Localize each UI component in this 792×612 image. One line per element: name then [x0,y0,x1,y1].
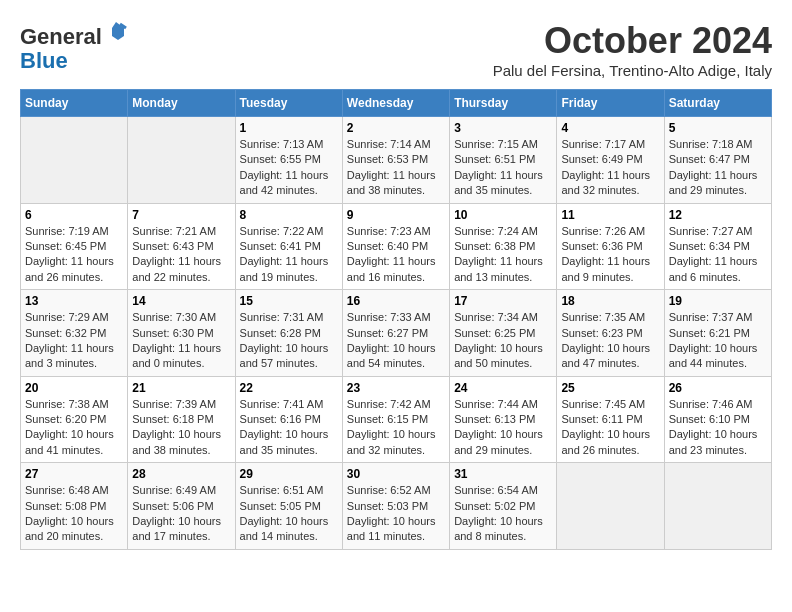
sunset-text: Sunset: 6:20 PM [25,413,106,425]
sunrise-text: Sunrise: 7:23 AM [347,225,431,237]
daylight-text: Daylight: 10 hours and 26 minutes. [561,428,650,455]
day-info: Sunrise: 7:22 AM Sunset: 6:41 PM Dayligh… [240,224,338,286]
day-cell: 4 Sunrise: 7:17 AM Sunset: 6:49 PM Dayli… [557,117,664,204]
daylight-text: Daylight: 10 hours and 35 minutes. [240,428,329,455]
day-number: 21 [132,381,230,395]
day-info: Sunrise: 7:35 AM Sunset: 6:23 PM Dayligh… [561,310,659,372]
sunset-text: Sunset: 6:40 PM [347,240,428,252]
day-cell: 20 Sunrise: 7:38 AM Sunset: 6:20 PM Dayl… [21,376,128,463]
day-info: Sunrise: 7:19 AM Sunset: 6:45 PM Dayligh… [25,224,123,286]
sunset-text: Sunset: 6:47 PM [669,153,750,165]
day-cell: 6 Sunrise: 7:19 AM Sunset: 6:45 PM Dayli… [21,203,128,290]
day-number: 3 [454,121,552,135]
sunrise-text: Sunrise: 7:14 AM [347,138,431,150]
col-saturday: Saturday [664,90,771,117]
day-cell: 13 Sunrise: 7:29 AM Sunset: 6:32 PM Dayl… [21,290,128,377]
sunset-text: Sunset: 6:28 PM [240,327,321,339]
sunrise-text: Sunrise: 7:46 AM [669,398,753,410]
daylight-text: Daylight: 11 hours and 32 minutes. [561,169,650,196]
day-number: 14 [132,294,230,308]
day-cell: 7 Sunrise: 7:21 AM Sunset: 6:43 PM Dayli… [128,203,235,290]
day-number: 10 [454,208,552,222]
day-cell: 3 Sunrise: 7:15 AM Sunset: 6:51 PM Dayli… [450,117,557,204]
day-cell [21,117,128,204]
sunrise-text: Sunrise: 7:29 AM [25,311,109,323]
day-info: Sunrise: 7:23 AM Sunset: 6:40 PM Dayligh… [347,224,445,286]
day-cell: 11 Sunrise: 7:26 AM Sunset: 6:36 PM Dayl… [557,203,664,290]
day-info: Sunrise: 7:41 AM Sunset: 6:16 PM Dayligh… [240,397,338,459]
day-info: Sunrise: 7:46 AM Sunset: 6:10 PM Dayligh… [669,397,767,459]
logo: General Blue [20,20,128,73]
title-block: October 2024 Palu del Fersina, Trentino-… [493,20,772,79]
sunrise-text: Sunrise: 7:15 AM [454,138,538,150]
day-cell: 8 Sunrise: 7:22 AM Sunset: 6:41 PM Dayli… [235,203,342,290]
week-row-2: 6 Sunrise: 7:19 AM Sunset: 6:45 PM Dayli… [21,203,772,290]
logo-icon [104,20,128,44]
week-row-1: 1 Sunrise: 7:13 AM Sunset: 6:55 PM Dayli… [21,117,772,204]
day-cell: 21 Sunrise: 7:39 AM Sunset: 6:18 PM Dayl… [128,376,235,463]
sunrise-text: Sunrise: 7:18 AM [669,138,753,150]
day-cell: 23 Sunrise: 7:42 AM Sunset: 6:15 PM Dayl… [342,376,449,463]
day-number: 23 [347,381,445,395]
sunrise-text: Sunrise: 7:44 AM [454,398,538,410]
day-cell: 18 Sunrise: 7:35 AM Sunset: 6:23 PM Dayl… [557,290,664,377]
daylight-text: Daylight: 11 hours and 29 minutes. [669,169,758,196]
sunset-text: Sunset: 6:25 PM [454,327,535,339]
sunset-text: Sunset: 6:18 PM [132,413,213,425]
sunset-text: Sunset: 5:05 PM [240,500,321,512]
day-cell: 31 Sunrise: 6:54 AM Sunset: 5:02 PM Dayl… [450,463,557,550]
day-cell: 24 Sunrise: 7:44 AM Sunset: 6:13 PM Dayl… [450,376,557,463]
day-number: 20 [25,381,123,395]
day-cell [557,463,664,550]
day-info: Sunrise: 6:48 AM Sunset: 5:08 PM Dayligh… [25,483,123,545]
week-row-3: 13 Sunrise: 7:29 AM Sunset: 6:32 PM Dayl… [21,290,772,377]
day-info: Sunrise: 7:45 AM Sunset: 6:11 PM Dayligh… [561,397,659,459]
day-info: Sunrise: 7:29 AM Sunset: 6:32 PM Dayligh… [25,310,123,372]
sunrise-text: Sunrise: 6:48 AM [25,484,109,496]
day-cell: 5 Sunrise: 7:18 AM Sunset: 6:47 PM Dayli… [664,117,771,204]
day-cell: 27 Sunrise: 6:48 AM Sunset: 5:08 PM Dayl… [21,463,128,550]
day-number: 5 [669,121,767,135]
day-number: 26 [669,381,767,395]
daylight-text: Daylight: 10 hours and 57 minutes. [240,342,329,369]
day-info: Sunrise: 7:34 AM Sunset: 6:25 PM Dayligh… [454,310,552,372]
daylight-text: Daylight: 11 hours and 35 minutes. [454,169,543,196]
day-info: Sunrise: 7:15 AM Sunset: 6:51 PM Dayligh… [454,137,552,199]
daylight-text: Daylight: 10 hours and 11 minutes. [347,515,436,542]
day-number: 1 [240,121,338,135]
daylight-text: Daylight: 10 hours and 20 minutes. [25,515,114,542]
day-number: 29 [240,467,338,481]
day-cell: 15 Sunrise: 7:31 AM Sunset: 6:28 PM Dayl… [235,290,342,377]
day-cell: 28 Sunrise: 6:49 AM Sunset: 5:06 PM Dayl… [128,463,235,550]
day-cell [128,117,235,204]
day-cell: 22 Sunrise: 7:41 AM Sunset: 6:16 PM Dayl… [235,376,342,463]
sunset-text: Sunset: 6:55 PM [240,153,321,165]
daylight-text: Daylight: 10 hours and 54 minutes. [347,342,436,369]
sunrise-text: Sunrise: 7:13 AM [240,138,324,150]
day-info: Sunrise: 7:39 AM Sunset: 6:18 PM Dayligh… [132,397,230,459]
sunrise-text: Sunrise: 6:54 AM [454,484,538,496]
daylight-text: Daylight: 10 hours and 32 minutes. [347,428,436,455]
sunset-text: Sunset: 6:11 PM [561,413,642,425]
sunrise-text: Sunrise: 7:24 AM [454,225,538,237]
day-number: 25 [561,381,659,395]
location-subtitle: Palu del Fersina, Trentino-Alto Adige, I… [493,62,772,79]
daylight-text: Daylight: 11 hours and 38 minutes. [347,169,436,196]
day-cell: 10 Sunrise: 7:24 AM Sunset: 6:38 PM Dayl… [450,203,557,290]
sunrise-text: Sunrise: 7:22 AM [240,225,324,237]
day-number: 15 [240,294,338,308]
col-monday: Monday [128,90,235,117]
header-row: Sunday Monday Tuesday Wednesday Thursday… [21,90,772,117]
day-number: 31 [454,467,552,481]
day-cell: 29 Sunrise: 6:51 AM Sunset: 5:05 PM Dayl… [235,463,342,550]
daylight-text: Daylight: 10 hours and 14 minutes. [240,515,329,542]
daylight-text: Daylight: 10 hours and 50 minutes. [454,342,543,369]
day-info: Sunrise: 7:17 AM Sunset: 6:49 PM Dayligh… [561,137,659,199]
daylight-text: Daylight: 11 hours and 13 minutes. [454,255,543,282]
day-info: Sunrise: 7:13 AM Sunset: 6:55 PM Dayligh… [240,137,338,199]
col-friday: Friday [557,90,664,117]
day-number: 24 [454,381,552,395]
day-cell: 17 Sunrise: 7:34 AM Sunset: 6:25 PM Dayl… [450,290,557,377]
logo-general: General [20,24,102,49]
day-cell: 1 Sunrise: 7:13 AM Sunset: 6:55 PM Dayli… [235,117,342,204]
